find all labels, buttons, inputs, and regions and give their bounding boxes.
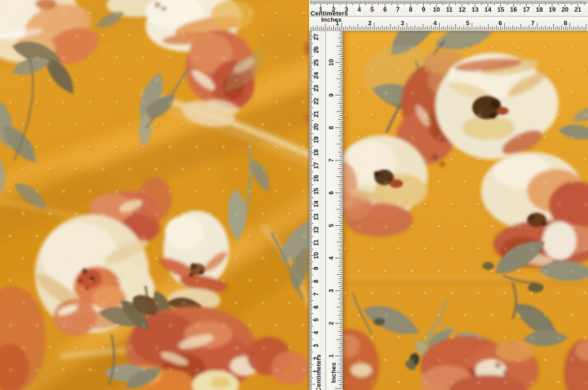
ruler-number: 25 bbox=[312, 59, 320, 66]
horizontal-ruler-scale: 1234567891011121314151617181920211234567… bbox=[309, 0, 588, 31]
ruler-number: 8 bbox=[564, 19, 567, 27]
ruler-number: 6 bbox=[312, 305, 320, 309]
ruler-number: 19 bbox=[549, 6, 556, 13]
ruler-number: 7 bbox=[531, 19, 534, 27]
horizontal-ruler: 1234567891011121314151617181920211234567… bbox=[309, 0, 588, 31]
ruler-number: 24 bbox=[312, 72, 320, 79]
ruler-number: 16 bbox=[510, 6, 517, 13]
fabric-product-photo: 1234567891011121314151617181920211234567… bbox=[0, 0, 588, 390]
ruler-number: 3 bbox=[327, 289, 335, 292]
ruler-cast-shadow bbox=[343, 31, 350, 390]
ruler-number: 18 bbox=[536, 6, 542, 13]
ruler-number: 13 bbox=[471, 6, 478, 13]
ruler-number: 14 bbox=[484, 6, 492, 13]
ruler-number: 4 bbox=[357, 6, 361, 13]
ruler-number: 17 bbox=[523, 6, 530, 13]
vertical-ruler: 1234567891011121314151617181920212223242… bbox=[309, 31, 343, 390]
ruler-number: 7 bbox=[312, 293, 320, 296]
ruler-number: 16 bbox=[312, 175, 320, 182]
draped-fabric-photo bbox=[0, 0, 309, 390]
flat-fabric-photo bbox=[343, 31, 588, 390]
ruler-number: 11 bbox=[446, 6, 453, 13]
ruler-number: 9 bbox=[422, 6, 425, 13]
ruler-number: 14 bbox=[312, 200, 320, 207]
ruler-number: 10 bbox=[327, 59, 335, 66]
ruler-number: 18 bbox=[312, 149, 320, 156]
ruler-number: 6 bbox=[327, 191, 335, 195]
vertical-ruler-inches-label: Inches bbox=[330, 362, 337, 383]
ruler-number: 6 bbox=[383, 6, 387, 13]
ruler-number: 21 bbox=[312, 110, 320, 117]
ruler-number: 5 bbox=[371, 6, 374, 13]
horizontal-ruler-inches-label: Inches bbox=[321, 16, 341, 23]
ruler-number: 21 bbox=[574, 6, 581, 13]
ruler-number: 9 bbox=[327, 94, 335, 97]
ruler-number: 3 bbox=[401, 19, 404, 27]
vertical-ruler-scale: 1234567891011121314151617181920212223242… bbox=[309, 31, 343, 390]
ruler-number: 13 bbox=[312, 214, 320, 220]
ruler-number: 2 bbox=[368, 19, 371, 27]
ruler-number: 12 bbox=[459, 6, 465, 13]
ruler-number: 4 bbox=[312, 330, 320, 334]
ruler-number: 11 bbox=[312, 239, 320, 246]
ruler-number: 10 bbox=[433, 6, 440, 13]
ruler-number: 8 bbox=[312, 280, 320, 283]
ruler-number: 1 bbox=[327, 354, 335, 358]
vertical-ruler-centimeters-label: Centimeters bbox=[315, 354, 322, 390]
ruler-number: 8 bbox=[409, 6, 412, 13]
fabric-grain bbox=[0, 0, 309, 390]
ruler-number: 7 bbox=[396, 6, 400, 13]
ruler-number: 6 bbox=[498, 19, 502, 27]
ruler-number: 26 bbox=[312, 46, 320, 53]
ruler-number: 8 bbox=[327, 126, 335, 129]
ruler-number: 20 bbox=[561, 6, 568, 13]
ruler-number: 22 bbox=[312, 98, 320, 105]
ruler-number: 4 bbox=[327, 256, 335, 260]
fabric-grain bbox=[343, 31, 588, 390]
ruler-number: 15 bbox=[497, 6, 504, 13]
ruler-number: 10 bbox=[312, 252, 320, 259]
ruler-number: 23 bbox=[312, 85, 320, 92]
ruler-number: 5 bbox=[312, 318, 320, 322]
ruler-number: 5 bbox=[327, 224, 335, 227]
ruler-number: 20 bbox=[312, 124, 320, 130]
ruler-number: 2 bbox=[327, 322, 335, 325]
ruler-number: 4 bbox=[433, 19, 437, 27]
ruler-number: 27 bbox=[312, 33, 320, 40]
ruler-number: 9 bbox=[312, 266, 320, 270]
ruler-number: 15 bbox=[312, 188, 320, 195]
ruler-number: 12 bbox=[312, 226, 320, 233]
ruler-number: 7 bbox=[327, 158, 335, 162]
ruler-number: 19 bbox=[312, 136, 320, 143]
ruler-number: 3 bbox=[312, 344, 320, 347]
ruler-number: 5 bbox=[466, 19, 469, 27]
ruler-number: 17 bbox=[312, 162, 320, 169]
